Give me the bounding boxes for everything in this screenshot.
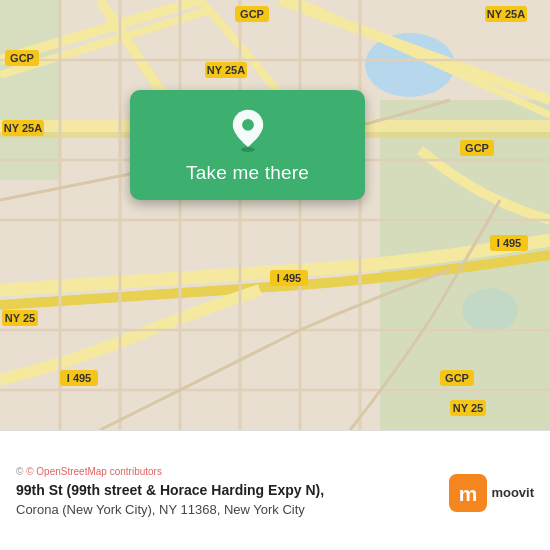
moovit-icon: m	[449, 474, 487, 512]
take-me-there-button[interactable]: Take me there	[186, 162, 309, 184]
svg-text:GCP: GCP	[240, 8, 264, 20]
bottom-bar: © © OpenStreetMap contributors 99th St (…	[0, 430, 550, 550]
osm-link[interactable]: © OpenStreetMap contributors	[26, 466, 162, 477]
svg-text:GCP: GCP	[465, 142, 489, 154]
address-line: 99th St (99th street & Horace Harding Ex…	[16, 481, 439, 501]
moovit-text: moovit	[491, 485, 534, 500]
city-text2: New York City	[224, 502, 305, 517]
svg-text:NY 25A: NY 25A	[207, 64, 245, 76]
svg-text:GCP: GCP	[10, 52, 34, 64]
city-text: Corona (New York City), NY 11368,	[16, 502, 220, 517]
location-pin-icon	[226, 108, 270, 152]
osm-credit: © © OpenStreetMap contributors	[16, 466, 439, 477]
svg-text:GCP: GCP	[445, 372, 469, 384]
bottom-text-block: © © OpenStreetMap contributors 99th St (…	[16, 466, 439, 519]
city-line: Corona (New York City), NY 11368, New Yo…	[16, 501, 439, 519]
moovit-logo: m moovit	[449, 474, 534, 512]
svg-text:I 495: I 495	[277, 272, 301, 284]
map-svg: GCP GCP GCP GCP NY 25A NY 25A NY 25A NY …	[0, 0, 550, 430]
svg-rect-4	[0, 0, 60, 180]
svg-text:NY 25: NY 25	[5, 312, 35, 324]
svg-text:NY 25: NY 25	[453, 402, 483, 414]
action-card: Take me there	[130, 90, 365, 200]
svg-text:NY 25A: NY 25A	[4, 122, 42, 134]
svg-point-46	[241, 147, 255, 152]
svg-text:m: m	[459, 481, 478, 504]
svg-text:NY 25A: NY 25A	[487, 8, 525, 20]
svg-text:I 495: I 495	[497, 237, 521, 249]
osm-copyright-symbol: ©	[16, 466, 23, 477]
map-container: GCP GCP GCP GCP NY 25A NY 25A NY 25A NY …	[0, 0, 550, 430]
svg-point-47	[242, 119, 254, 131]
svg-text:I 495: I 495	[67, 372, 91, 384]
